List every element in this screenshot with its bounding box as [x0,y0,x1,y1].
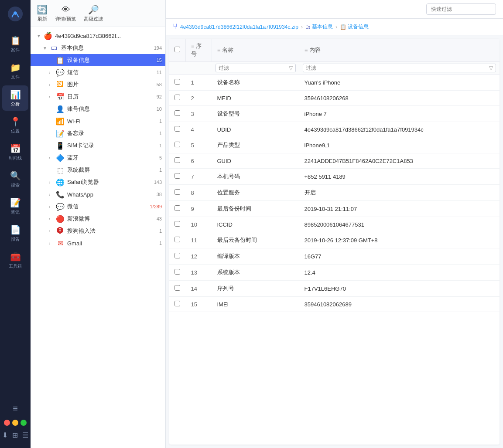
row-checkbox[interactable] [175,269,180,275]
row-checkbox[interactable] [175,142,180,147]
tree-screenshot[interactable]: ⬚ 系统截屏 1 [31,164,165,176]
sogou-icon: 🅢 [56,227,65,235]
row-checkbox[interactable] [175,285,180,291]
sim-label: SIM卡记录 [67,142,157,149]
detail-label: 详情/预览 [55,16,76,22]
row-checkbox[interactable] [175,157,180,163]
notes-icon: 📝 [56,129,65,138]
tree-basic-info[interactable]: ▼ 🗂 基本信息 194 [31,42,165,54]
weibo-icon: 🔴 [56,214,65,223]
table-row: 9 最后备份时间 2019-10-31 21:11:07 [169,201,500,217]
expand-arrow: ▼ [37,34,44,38]
row-checkbox[interactable] [175,173,180,179]
row-checkbox[interactable] [175,95,180,100]
tree-safari[interactable]: › 🌐 Safari浏览器 143 [31,176,165,188]
row-checkbox[interactable] [175,221,180,227]
sms-icon: 💬 [56,68,65,77]
tree-wechat[interactable]: › 💬 微信 1/289 [31,200,165,213]
row-content: 359461082062689 [299,297,500,312]
nav-item-timeline[interactable]: 📅 时间线 [2,139,28,165]
grid-icon[interactable]: ⊞ [12,431,18,439]
nav-item-location[interactable]: 📍 位置 [2,112,28,138]
sim-count: 1 [159,143,162,148]
gmail-label: Gmail [67,240,157,247]
row-seq: 7 [186,169,212,185]
tree-wifi[interactable]: 📶 Wi-Fi 1 [31,115,165,127]
breadcrumb-file[interactable]: 4e4393d9ca817d38662f12f0da1fa1a7f091934c… [180,24,298,30]
tree-root-item[interactable]: ▼ 🍎 4e4393d9ca817d38662f... [31,30,165,42]
row-checkbox[interactable] [175,205,180,211]
content-filter-input[interactable] [306,65,489,71]
nav-label-location: 位置 [11,128,20,134]
wifi-label: Wi-Fi [67,118,157,125]
row-checkbox[interactable] [175,126,180,132]
nav-menu-button[interactable]: ≡ [2,400,28,416]
quick-filter-input[interactable] [426,3,496,15]
tree-gmail[interactable]: › ✉ Gmail 1 [31,237,165,249]
row-content: +852 5911 4189 [299,169,500,185]
screenshot-label: 系统截屏 [67,166,157,174]
row-seq: 13 [186,265,212,281]
screenshot-icon: ⬚ [56,166,65,174]
row-checkbox[interactable] [175,110,180,116]
detail-button[interactable]: 👁 详情/预览 [55,5,76,22]
maximize-dot[interactable] [21,420,27,426]
tree-sms[interactable]: › 💬 短信 11 [31,66,165,78]
name-filter-icon[interactable]: ▽ [289,65,293,71]
report-icon: 📄 [10,224,21,235]
nav-item-case[interactable]: 📋 案件 [2,31,28,57]
nav-item-search[interactable]: 🔍 搜索 [2,166,28,192]
move-down-icon[interactable]: ⬇ [2,431,8,439]
tree-photos[interactable]: › 🖼 图片 58 [31,78,165,91]
row-checkbox[interactable] [175,79,180,85]
tree-sim[interactable]: 📱 SIM卡记录 1 [31,139,165,152]
tree-device-info[interactable]: 📋 设备信息 15 [31,54,165,66]
advanced-label: 高级过滤 [84,16,103,22]
nav-item-tools[interactable]: 🧰 工具箱 [2,248,28,273]
row-seq: 2 [186,91,212,106]
row-checkbox[interactable] [175,301,180,306]
row-name: IMEI [212,297,299,312]
row-checkbox[interactable] [175,253,180,258]
tree-whatsapp[interactable]: › 📞 WhatsApp 38 [31,188,165,200]
notes-count: 1 [159,131,162,136]
tree-weibo[interactable]: › 🔴 新浪微博 43 [31,213,165,225]
safari-label: Safari浏览器 [67,178,152,186]
device-info-count: 15 [157,58,162,63]
tools-icon: 🧰 [10,251,21,262]
tree-sogou[interactable]: › 🅢 搜狗输入法 1 [31,225,165,237]
row-content: 2241ADDE047B51F8462A0C2E72C1A853 [299,153,500,169]
th-seq: ≡ 序号 [186,39,212,62]
name-filter-input[interactable] [219,65,289,71]
photos-count: 58 [157,82,162,87]
tree-notes[interactable]: 📝 备忘录 1 [31,127,165,139]
nav-item-file[interactable]: 📁 文件 [2,58,28,84]
close-dot[interactable] [4,420,10,426]
content-filter-icon[interactable]: ▽ [489,65,493,71]
account-icon: 👤 [56,105,65,113]
whatsapp-count: 38 [157,192,162,197]
select-all-checkbox[interactable] [175,47,180,52]
expand-arrow-basic: ▼ [43,46,50,51]
minimize-dot[interactable] [12,420,18,426]
row-seq: 1 [186,75,212,91]
tree-bluetooth[interactable]: › 🔷 蓝牙 5 [31,152,165,164]
tree-account[interactable]: 👤 账号信息 10 [31,103,165,115]
row-checkbox[interactable] [175,237,180,242]
apple-icon: 🍎 [44,31,52,40]
nav-item-report[interactable]: 📄 报告 [2,221,28,246]
advanced-filter-button[interactable]: 🔎 高级过滤 [84,4,103,22]
list-icon[interactable]: ☰ [22,431,28,439]
th-checkbox [169,39,186,62]
row-name: 系统版本 [212,265,299,281]
nav-item-notes[interactable]: 📝 笔记 [2,193,28,219]
row-checkbox[interactable] [175,189,180,195]
row-name: 设备型号 [212,106,299,122]
tree-calendar[interactable]: › 📅 日历 92 [31,91,165,103]
nav-item-analysis[interactable]: 📊 分析 [2,85,28,111]
refresh-button[interactable]: 🔄 刷新 [37,4,48,22]
tree-content: ▼ 🍎 4e4393d9ca817d38662f... ▼ 🗂 基本信息 194… [31,27,165,448]
nav-label-notes: 笔记 [11,209,20,215]
breadcrumb-basic[interactable]: 🗂 基本信息 [305,23,333,31]
row-checkbox-cell [169,248,186,265]
